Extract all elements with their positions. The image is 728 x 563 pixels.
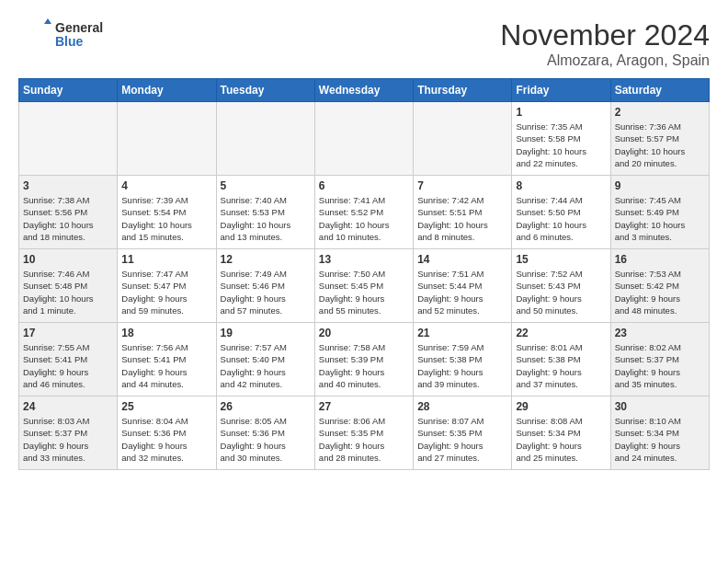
day-info: Sunrise: 7:35 AMSunset: 5:58 PMDaylight:… (516, 121, 606, 169)
weekday-header-sunday: Sunday (19, 79, 118, 102)
day-info: Sunrise: 7:55 AMSunset: 5:41 PMDaylight:… (23, 341, 113, 390)
calendar-cell: 1Sunrise: 7:35 AMSunset: 5:58 PMDaylight… (512, 102, 610, 176)
day-info: Sunrise: 8:02 AMSunset: 5:37 PMDaylight:… (615, 341, 705, 390)
day-number: 25 (121, 400, 211, 413)
day-info: Sunrise: 7:38 AMSunset: 5:56 PMDaylight:… (23, 194, 113, 243)
day-number: 17 (23, 327, 113, 339)
day-info: Sunrise: 8:10 AMSunset: 5:34 PMDaylight:… (615, 415, 705, 464)
day-info: Sunrise: 7:42 AMSunset: 5:51 PMDaylight:… (417, 194, 507, 243)
calendar-cell: 17Sunrise: 7:55 AMSunset: 5:41 PMDayligh… (19, 323, 118, 396)
page-header: General Blue November 2024 Almozara, Ara… (18, 18, 710, 69)
weekday-header-friday: Friday (512, 79, 610, 102)
calendar-cell: 18Sunrise: 7:56 AMSunset: 5:41 PMDayligh… (118, 323, 216, 396)
calendar-cell: 22Sunrise: 8:01 AMSunset: 5:38 PMDayligh… (512, 323, 610, 396)
day-number: 11 (121, 253, 211, 266)
day-number: 23 (615, 327, 705, 339)
day-number: 9 (615, 179, 705, 192)
calendar-cell: 25Sunrise: 8:04 AMSunset: 5:36 PMDayligh… (118, 396, 216, 470)
day-info: Sunrise: 7:47 AMSunset: 5:47 PMDaylight:… (121, 268, 211, 316)
day-info: Sunrise: 7:51 AMSunset: 5:44 PMDaylight:… (417, 268, 507, 316)
day-number: 8 (516, 179, 606, 192)
day-number: 2 (615, 106, 705, 119)
location-title: Almozara, Aragon, Spain (500, 52, 710, 69)
calendar-table: SundayMondayTuesdayWednesdayThursdayFrid… (18, 78, 710, 470)
day-number: 7 (417, 179, 507, 192)
calendar-cell: 6Sunrise: 7:41 AMSunset: 5:52 PMDaylight… (314, 176, 413, 249)
calendar-cell: 10Sunrise: 7:46 AMSunset: 5:48 PMDayligh… (19, 249, 118, 323)
weekday-header-tuesday: Tuesday (216, 79, 314, 102)
day-number: 12 (221, 253, 311, 266)
calendar-cell: 16Sunrise: 7:53 AMSunset: 5:42 PMDayligh… (610, 249, 709, 323)
day-number: 6 (319, 179, 409, 192)
day-number: 14 (417, 253, 507, 266)
day-number: 3 (23, 179, 113, 192)
logo-general-text: General (55, 21, 103, 35)
day-info: Sunrise: 8:06 AMSunset: 5:35 PMDaylight:… (319, 415, 409, 464)
day-info: Sunrise: 7:45 AMSunset: 5:49 PMDaylight:… (615, 194, 705, 243)
calendar-cell: 24Sunrise: 8:03 AMSunset: 5:37 PMDayligh… (19, 396, 118, 470)
calendar-cell: 30Sunrise: 8:10 AMSunset: 5:34 PMDayligh… (610, 396, 709, 470)
day-number: 10 (23, 253, 113, 266)
day-number: 21 (417, 327, 507, 339)
day-number: 1 (516, 106, 606, 119)
day-number: 16 (615, 253, 705, 266)
day-number: 28 (417, 400, 507, 413)
day-info: Sunrise: 7:56 AMSunset: 5:41 PMDaylight:… (121, 341, 211, 390)
calendar-cell (118, 102, 216, 176)
calendar-cell: 15Sunrise: 7:52 AMSunset: 5:43 PMDayligh… (512, 249, 610, 323)
day-info: Sunrise: 7:40 AMSunset: 5:53 PMDaylight:… (221, 194, 311, 243)
calendar-cell: 28Sunrise: 8:07 AMSunset: 5:35 PMDayligh… (414, 396, 512, 470)
calendar-cell: 8Sunrise: 7:44 AMSunset: 5:50 PMDaylight… (512, 176, 610, 249)
calendar-cell: 9Sunrise: 7:45 AMSunset: 5:49 PMDaylight… (610, 176, 709, 249)
calendar-cell: 13Sunrise: 7:50 AMSunset: 5:45 PMDayligh… (314, 249, 413, 323)
day-number: 24 (23, 400, 113, 413)
day-info: Sunrise: 7:36 AMSunset: 5:57 PMDaylight:… (615, 121, 705, 169)
calendar-cell (414, 102, 512, 176)
calendar-cell: 5Sunrise: 7:40 AMSunset: 5:53 PMDaylight… (216, 176, 314, 249)
day-info: Sunrise: 8:01 AMSunset: 5:38 PMDaylight:… (516, 341, 606, 390)
calendar-cell: 20Sunrise: 7:58 AMSunset: 5:39 PMDayligh… (314, 323, 413, 396)
day-number: 27 (319, 400, 409, 413)
calendar-cell: 11Sunrise: 7:47 AMSunset: 5:47 PMDayligh… (118, 249, 216, 323)
month-title: November 2024 (500, 18, 710, 52)
day-info: Sunrise: 7:49 AMSunset: 5:46 PMDaylight:… (221, 268, 311, 316)
day-number: 13 (319, 253, 409, 266)
day-info: Sunrise: 7:46 AMSunset: 5:48 PMDaylight:… (23, 268, 113, 316)
calendar-cell (216, 102, 314, 176)
weekday-header-thursday: Thursday (414, 79, 512, 102)
calendar-cell: 3Sunrise: 7:38 AMSunset: 5:56 PMDaylight… (19, 176, 118, 249)
calendar-cell: 26Sunrise: 8:05 AMSunset: 5:36 PMDayligh… (216, 396, 314, 470)
day-info: Sunrise: 8:08 AMSunset: 5:34 PMDaylight:… (516, 415, 606, 464)
day-number: 20 (319, 327, 409, 339)
title-section: November 2024 Almozara, Aragon, Spain (500, 18, 710, 69)
weekday-header-wednesday: Wednesday (314, 79, 413, 102)
day-info: Sunrise: 8:03 AMSunset: 5:37 PMDaylight:… (23, 415, 113, 464)
day-info: Sunrise: 8:05 AMSunset: 5:36 PMDaylight:… (221, 415, 311, 464)
day-info: Sunrise: 7:50 AMSunset: 5:45 PMDaylight:… (319, 268, 409, 316)
weekday-header-monday: Monday (118, 79, 216, 102)
calendar-cell: 7Sunrise: 7:42 AMSunset: 5:51 PMDaylight… (414, 176, 512, 249)
day-number: 19 (221, 327, 311, 339)
calendar-cell: 4Sunrise: 7:39 AMSunset: 5:54 PMDaylight… (118, 176, 216, 249)
calendar-cell: 2Sunrise: 7:36 AMSunset: 5:57 PMDaylight… (610, 102, 709, 176)
day-number: 4 (121, 179, 211, 192)
day-info: Sunrise: 7:44 AMSunset: 5:50 PMDaylight:… (516, 194, 606, 243)
day-number: 30 (615, 400, 705, 413)
day-info: Sunrise: 7:57 AMSunset: 5:40 PMDaylight:… (221, 341, 311, 390)
day-info: Sunrise: 7:39 AMSunset: 5:54 PMDaylight:… (121, 194, 211, 243)
day-number: 15 (516, 253, 606, 266)
weekday-header-saturday: Saturday (610, 79, 709, 102)
logo: General Blue (18, 18, 103, 52)
calendar-cell: 21Sunrise: 7:59 AMSunset: 5:38 PMDayligh… (414, 323, 512, 396)
day-number: 26 (221, 400, 311, 413)
day-info: Sunrise: 7:52 AMSunset: 5:43 PMDaylight:… (516, 268, 606, 316)
calendar-cell: 19Sunrise: 7:57 AMSunset: 5:40 PMDayligh… (216, 323, 314, 396)
logo-blue-text: Blue (55, 35, 103, 49)
day-info: Sunrise: 8:07 AMSunset: 5:35 PMDaylight:… (417, 415, 507, 464)
calendar-cell (19, 102, 118, 176)
day-number: 5 (221, 179, 311, 192)
day-number: 18 (121, 327, 211, 339)
day-info: Sunrise: 7:59 AMSunset: 5:38 PMDaylight:… (417, 341, 507, 390)
calendar-cell (314, 102, 413, 176)
calendar-cell: 27Sunrise: 8:06 AMSunset: 5:35 PMDayligh… (314, 396, 413, 470)
